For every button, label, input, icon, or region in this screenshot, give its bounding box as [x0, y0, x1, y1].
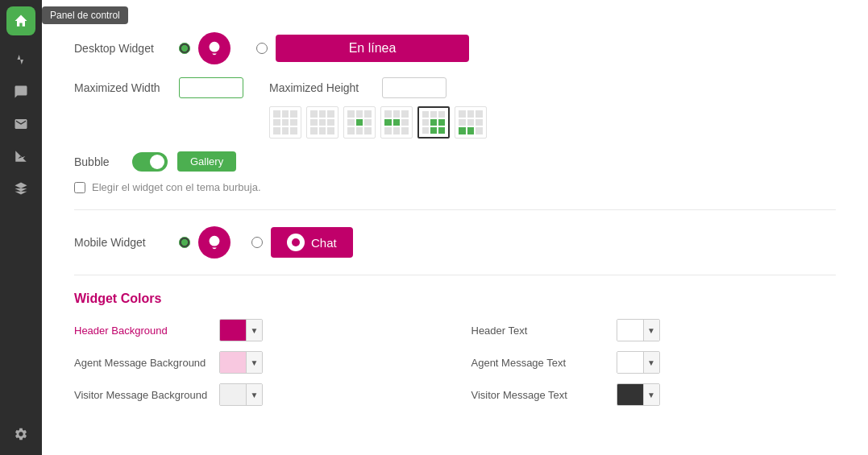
inline-button[interactable]: En línea [276, 35, 469, 62]
svg-point-1 [210, 236, 220, 246]
header-text-arrow[interactable]: ▼ [643, 320, 659, 341]
grid-icon-5[interactable] [417, 106, 450, 139]
agent-background-label: Agent Message Background [74, 357, 211, 369]
maximized-height-input[interactable]: 520 [382, 77, 446, 98]
mobile-bubble-icon [198, 226, 230, 259]
visitor-text-label: Visitor Message Text [471, 389, 608, 401]
visitor-background-picker[interactable]: ▼ [219, 383, 263, 406]
bubble-theme-label: Elegir el widget con el tema burbuja. [92, 181, 261, 193]
visitor-background-label: Visitor Message Background [74, 389, 211, 401]
agent-text-picker[interactable]: ▼ [617, 351, 660, 374]
sidebar-item-chat[interactable] [6, 77, 35, 106]
agent-text-label: Agent Message Text [471, 357, 608, 369]
visitor-background-row: Visitor Message Background ▼ [74, 383, 439, 406]
sidebar-logo[interactable] [6, 6, 35, 35]
header-text-picker[interactable]: ▼ [617, 319, 660, 341]
mobile-widget-radio-bubble[interactable] [179, 237, 190, 248]
widget-colors-title: Widget Colors [74, 292, 836, 306]
grid-icon-1[interactable] [269, 106, 301, 139]
visitor-text-row: Visitor Message Text ▼ [471, 383, 837, 406]
header-text-label: Header Text [471, 325, 608, 337]
sidebar-item-settings[interactable] [6, 420, 35, 449]
gallery-button[interactable]: Gallery [177, 151, 236, 172]
header-text-row: Header Text ▼ [471, 319, 837, 341]
bubble-label: Bubble [74, 155, 123, 168]
desktop-widget-label: Desktop Widget [74, 42, 171, 55]
visitor-text-arrow[interactable]: ▼ [643, 384, 659, 405]
grid-icon-6[interactable] [455, 106, 487, 139]
grid-icons-row [269, 106, 836, 139]
agent-background-arrow[interactable]: ▼ [246, 352, 262, 373]
visitor-background-swatch [220, 384, 246, 405]
visitor-text-picker[interactable]: ▼ [617, 383, 660, 406]
mobile-chat-button[interactable]: Chat [271, 227, 353, 258]
sidebar-item-activity[interactable] [6, 45, 35, 74]
bubble-theme-row: Elegir el widget con el tema burbuja. [74, 181, 836, 193]
agent-text-swatch [617, 352, 643, 373]
mobile-widget-section: Mobile Widget Chat [74, 210, 836, 275]
mobile-widget-label: Mobile Widget [74, 236, 171, 249]
grid-icon-3[interactable] [343, 106, 376, 139]
sidebar: Panel de control [0, 0, 42, 455]
agent-text-row: Agent Message Text ▼ [471, 351, 837, 374]
header-background-swatch [220, 320, 246, 341]
sidebar-item-chart[interactable] [6, 142, 35, 171]
sidebar-item-box[interactable] [6, 174, 35, 203]
agent-background-picker[interactable]: ▼ [219, 351, 263, 374]
agent-background-row: Agent Message Background ▼ [74, 351, 439, 374]
bubble-theme-checkbox[interactable] [74, 182, 85, 193]
sidebar-item-mail[interactable] [6, 110, 35, 139]
widget-colors-section: Widget Colors Header Background ▼ Header… [74, 275, 836, 422]
grid-icon-4[interactable] [380, 106, 413, 139]
header-background-row: Header Background ▼ [74, 319, 439, 341]
desktop-widget-radio-inline[interactable] [256, 43, 268, 54]
svg-point-0 [210, 42, 220, 52]
colors-grid: Header Background ▼ Header Text ▼ Agent … [74, 319, 836, 406]
main-content: Desktop Widget En línea Maximized Width … [42, 0, 868, 455]
header-background-arrow[interactable]: ▼ [246, 320, 262, 341]
visitor-background-arrow[interactable]: ▼ [246, 384, 262, 405]
agent-text-arrow[interactable]: ▼ [643, 352, 659, 373]
desktop-widget-section: Desktop Widget En línea Maximized Width … [74, 16, 836, 210]
header-text-swatch [617, 320, 643, 341]
agent-background-swatch [220, 352, 246, 373]
desktop-bubble-icon [198, 32, 230, 64]
grid-icon-2[interactable] [306, 106, 338, 139]
maximized-width-label: Maximized Width [74, 81, 171, 94]
bubble-row: Bubble Gallery [74, 151, 836, 172]
header-background-picker[interactable]: ▼ [219, 319, 263, 341]
visitor-text-swatch [617, 384, 643, 405]
desktop-widget-radio-bubble[interactable] [179, 43, 190, 54]
bubble-toggle[interactable] [132, 152, 168, 172]
chat-bubble-icon [287, 234, 305, 251]
maximized-width-input[interactable]: 350 [179, 77, 243, 98]
mobile-widget-radio-chat[interactable] [251, 237, 263, 248]
header-background-label: Header Background [74, 325, 211, 337]
maximized-height-label: Maximized Height [269, 81, 374, 94]
